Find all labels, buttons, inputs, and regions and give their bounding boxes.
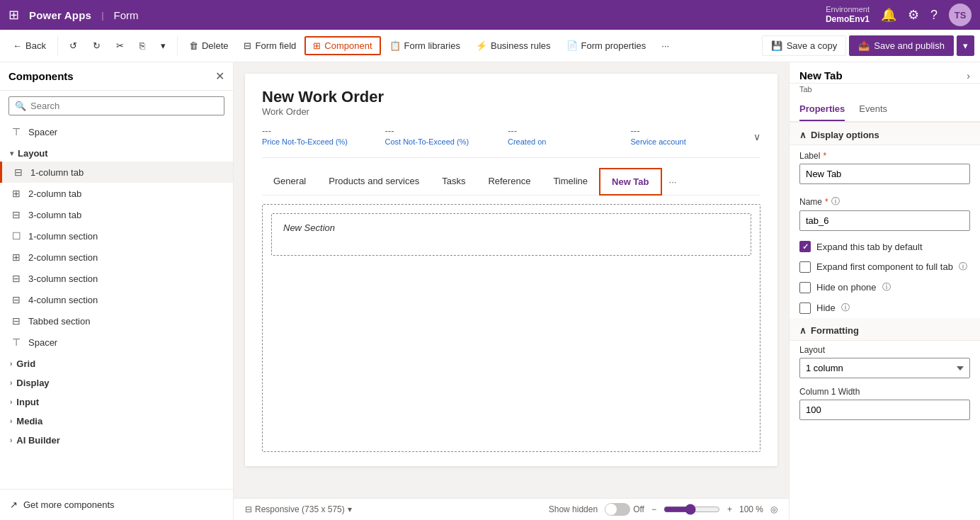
sidebar-display-group[interactable]: › Display xyxy=(0,372,233,391)
tab-timeline[interactable]: Timeline xyxy=(542,169,599,195)
form-title: New Work Order xyxy=(262,88,760,106)
app-title: Power Apps xyxy=(29,9,91,21)
form-field-created: --- Created on xyxy=(508,125,631,147)
sidebar-item-1col-tab[interactable]: ⊟ 1-column tab xyxy=(0,162,233,183)
zoom-minus-icon[interactable]: − xyxy=(651,504,656,514)
tab-more-button[interactable]: ··· xyxy=(662,171,684,193)
sidebar-item-3col-tab[interactable]: ⊟ 3-column tab xyxy=(0,204,233,225)
form-libraries-button[interactable]: 📋 Form libraries xyxy=(382,38,467,54)
field-dots-4: --- xyxy=(631,125,746,136)
tabbed-section-icon: ⊟ xyxy=(10,315,23,327)
toggle-track[interactable] xyxy=(605,503,630,516)
sidebar-grid-group[interactable]: › Grid xyxy=(0,353,233,372)
back-button[interactable]: ← Back xyxy=(6,38,53,54)
right-panel: New Tab › Tab Properties Events ∧ Displa… xyxy=(789,62,980,520)
form-properties-label: Form properties xyxy=(581,40,646,51)
sidebar-item-spacer[interactable]: ⊤ Spacer xyxy=(0,332,233,353)
cut-button[interactable]: ✂ xyxy=(109,38,131,54)
search-input[interactable] xyxy=(30,101,218,111)
save-publish-button[interactable]: 📤 Save and publish xyxy=(849,35,954,56)
sidebar-media-group[interactable]: › Media xyxy=(0,410,233,429)
grid-icon[interactable]: ⊞ xyxy=(8,7,19,23)
help-button[interactable]: ? xyxy=(930,8,938,23)
redo-button[interactable]: ↻ xyxy=(86,38,108,54)
form-entity: Work Order xyxy=(262,106,760,117)
copy-button[interactable]: ⎘ xyxy=(132,38,152,54)
show-hidden-label: Show hidden xyxy=(549,504,598,514)
save-copy-icon: 💾 xyxy=(771,40,782,51)
publish-dropdown-button[interactable]: ▾ xyxy=(957,35,974,56)
show-hidden-toggle[interactable]: Off xyxy=(605,503,644,516)
component-button[interactable]: ⊞ Component xyxy=(304,36,380,55)
form-properties-button[interactable]: 📄 Form properties xyxy=(559,38,654,54)
1col-tab-icon: ⊟ xyxy=(12,166,25,178)
tab-general[interactable]: General xyxy=(262,169,317,195)
business-rules-label: Business rules xyxy=(491,40,551,51)
zoom-slider[interactable] xyxy=(663,504,720,515)
sidebar-input-group[interactable]: › Input xyxy=(0,391,233,410)
name-info-icon[interactable]: ⓘ xyxy=(831,196,840,208)
target-icon[interactable]: ◎ xyxy=(770,504,777,514)
sidebar-item-spacer-top[interactable]: ⊤ Spacer xyxy=(0,121,233,142)
notification-button[interactable]: 🔔 xyxy=(881,7,896,23)
sidebar-item-1col-section[interactable]: ☐ 1-column section xyxy=(0,225,233,247)
expand-first-component-checkbox[interactable] xyxy=(799,261,811,273)
label-field-label: Label * xyxy=(799,151,970,161)
sidebar-close-button[interactable]: ✕ xyxy=(215,69,224,83)
sidebar-ai-group[interactable]: › AI Builder xyxy=(0,429,233,448)
label-input[interactable] xyxy=(799,164,970,184)
dropdown-icon: ▾ xyxy=(161,40,166,51)
tab-tasks[interactable]: Tasks xyxy=(431,169,477,195)
form-libraries-icon: 📋 xyxy=(389,40,401,51)
hide-on-phone-checkbox[interactable] xyxy=(799,282,811,293)
hide-checkbox[interactable] xyxy=(799,303,811,314)
hide-info-icon[interactable]: ⓘ xyxy=(841,302,850,314)
save-copy-button[interactable]: 💾 Save a copy xyxy=(762,35,847,56)
copy-icon: ⎘ xyxy=(139,40,145,51)
display-options-label: Display options xyxy=(811,130,879,140)
name-field: Name * ⓘ xyxy=(790,190,980,237)
avatar[interactable]: TS xyxy=(949,4,972,26)
zoom-plus-icon[interactable]: + xyxy=(727,504,732,514)
sidebar-item-tabbed-section[interactable]: ⊟ Tabbed section xyxy=(0,310,233,332)
environment-info: Environment DemoEnv1 xyxy=(826,4,870,26)
responsive-selector[interactable]: ⊟ Responsive (735 x 575) ▾ xyxy=(245,504,352,514)
ai-group-label: AI Builder xyxy=(16,435,59,446)
col-width-input[interactable] xyxy=(799,400,970,420)
field-dots-2: --- xyxy=(385,125,500,136)
events-tab[interactable]: Events xyxy=(859,98,887,121)
hide-checkbox-row: Hide ⓘ xyxy=(790,298,980,318)
sidebar-layout-group[interactable]: ▾ Layout xyxy=(0,142,233,162)
business-rules-button[interactable]: ⚡ Business rules xyxy=(469,38,558,54)
right-panel-chevron[interactable]: › xyxy=(967,70,970,81)
hide-on-phone-checkbox-row: Hide on phone ⓘ xyxy=(790,277,980,298)
hide-on-phone-info-icon[interactable]: ⓘ xyxy=(882,281,891,293)
search-box[interactable]: 🔍 xyxy=(8,96,224,115)
expand-tab-checkbox[interactable] xyxy=(799,241,811,252)
3col-tab-icon: ⊟ xyxy=(10,209,23,220)
form-field-button[interactable]: ⊟ Form field xyxy=(237,38,303,54)
delete-button[interactable]: 🗑 Delete xyxy=(182,38,236,54)
layout-select[interactable]: 1 column 2 columns 3 columns xyxy=(799,358,970,378)
settings-button[interactable]: ⚙ xyxy=(908,7,919,23)
layout-chevron-icon: ▾ xyxy=(10,149,13,157)
tab-reference[interactable]: Reference xyxy=(477,169,542,195)
sidebar-item-3col-section[interactable]: ⊟ 3-column section xyxy=(0,268,233,289)
tab-new-tab[interactable]: New Tab xyxy=(599,168,662,196)
1col-tab-label: 1-column tab xyxy=(30,167,84,178)
tab-products[interactable]: Products and services xyxy=(317,169,431,195)
sidebar-item-2col-section[interactable]: ⊞ 2-column section xyxy=(0,247,233,268)
expand-first-component-info-icon[interactable]: ⓘ xyxy=(959,261,967,273)
sidebar-item-4col-section[interactable]: ⊟ 4-column section xyxy=(0,289,233,310)
properties-tab[interactable]: Properties xyxy=(799,98,845,121)
toggle-state-label: Off xyxy=(633,504,644,514)
sidebar-item-2col-tab[interactable]: ⊞ 2-column tab xyxy=(0,183,233,204)
paste-dropdown-button[interactable]: ▾ xyxy=(154,38,173,54)
name-input[interactable] xyxy=(799,210,970,231)
more-options-button[interactable]: ··· xyxy=(654,38,676,54)
2col-section-label: 2-column section xyxy=(28,252,98,263)
col-width-row: Column 1 Width xyxy=(790,383,980,427)
undo-button[interactable]: ↺ xyxy=(62,38,84,54)
get-more-components-button[interactable]: ↗ Get more components xyxy=(10,497,223,513)
sidebar: Components ✕ 🔍 ⊤ Spacer ▾ Layout ⊟ 1-col… xyxy=(0,62,234,520)
